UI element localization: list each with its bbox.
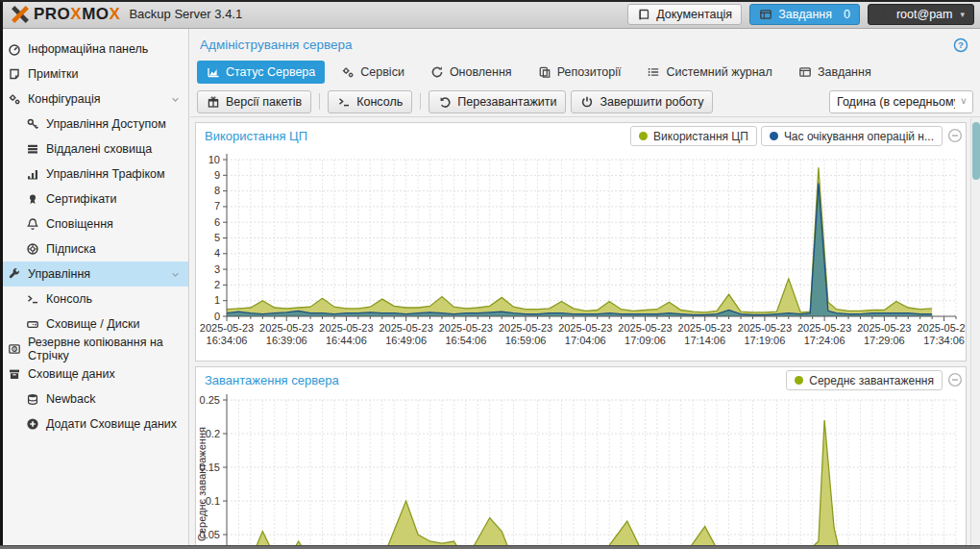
завершити-роботу-button[interactable]: Завершити роботу (571, 90, 713, 113)
minus-circle-icon[interactable] (947, 372, 963, 387)
note-icon (8, 67, 21, 81)
sidebar-item-сховище-даних[interactable]: Сховище даних (0, 362, 188, 387)
sidebar-item-консоль[interactable]: Консоль (0, 287, 188, 312)
undo-icon (438, 95, 452, 109)
legend-label: Використання ЦП (653, 130, 748, 143)
user-menu-button[interactable]: root@pam ▾ (868, 4, 974, 25)
legend-button-0[interactable]: Середнє завантаження (786, 370, 943, 390)
sidebar-item-label: Управління Доступом (46, 117, 166, 131)
sidebar-item-label: Конфігурація (28, 92, 100, 106)
sidebar-item-інформаційна-панель[interactable]: Інформаційна панель (0, 37, 188, 62)
bell-icon (26, 217, 39, 231)
sidebar-item-резервне-копіювання-на-стрічку[interactable]: Резервне копіювання на Стрічку (0, 337, 188, 362)
scrollbar-thumb[interactable] (972, 122, 980, 180)
svg-text:2025-05-23: 2025-05-23 (857, 322, 911, 334)
plus-circle-icon (26, 417, 39, 431)
legend-dot-icon (795, 376, 803, 385)
sidebar-item-label: Сповіщення (46, 217, 113, 231)
tab-label: Оновлення (450, 65, 512, 79)
tab-завдання[interactable]: Завдання (789, 61, 881, 84)
svg-text:?: ? (958, 39, 964, 50)
консоль-button[interactable]: Консоль (328, 90, 412, 113)
svg-text:2025-05-23: 2025-05-23 (797, 322, 851, 334)
proxmox-wordmark-part: MO (82, 5, 109, 24)
time-interval-value: Година (в середньому) (830, 95, 955, 109)
vertical-scrollbar[interactable] (970, 117, 980, 549)
help-icon[interactable]: ? (953, 37, 968, 53)
proxmox-wordmark: PROXMOX (34, 5, 120, 24)
sidebar-item-сповіщення[interactable]: Сповіщення (0, 212, 188, 237)
sidebar-item-label: Newback (46, 392, 95, 406)
legend-button-0[interactable]: Використання ЦП (630, 126, 757, 146)
traffic-icon (26, 167, 39, 181)
key-icon (26, 117, 39, 131)
tab-статус-сервера[interactable]: Статус Сервера (197, 61, 325, 84)
toolbar-button-label: Консоль (356, 95, 403, 109)
svg-text:2025-05-23: 2025-05-23 (499, 322, 552, 334)
svg-text:16:39:06: 16:39:06 (266, 335, 307, 346)
tab-label: Репозиторії (557, 65, 622, 79)
chevron-down-icon[interactable] (170, 269, 181, 280)
svg-text:9: 9 (214, 169, 220, 181)
archive-icon (8, 367, 21, 381)
toolbar-separator (319, 93, 320, 110)
tasks-button[interactable]: Завдання 0 (749, 4, 860, 25)
svg-text:2025-05-23: 2025-05-23 (379, 322, 432, 334)
sidebar-item-сертифікати[interactable]: Сертифікати (0, 187, 188, 212)
window-edge-left (0, 0, 3, 549)
legend-label: Середнє завантаження (809, 374, 934, 387)
database-icon (26, 392, 39, 406)
sidebar-item-сховище-диски[interactable]: Сховище / Диски (0, 312, 188, 337)
sidebar-item-label: Підписка (46, 242, 96, 256)
sidebar-item-управління-трафіком[interactable]: Управління Трафіком (0, 162, 188, 187)
sidebar-item-label: Управління Трафіком (46, 167, 165, 181)
sidebar-item-label: Управління (28, 267, 90, 281)
tab-системний-журнал[interactable]: Системний журнал (637, 61, 781, 84)
minus-circle-icon[interactable] (947, 128, 963, 143)
svg-text:17:14:06: 17:14:06 (684, 335, 725, 346)
sidebar-item-label: Додати Сховище даних (46, 417, 177, 431)
gears-icon (341, 65, 355, 79)
tasks-icon (759, 8, 772, 21)
svg-text:2025-05-23: 2025-05-23 (678, 322, 732, 334)
time-interval-select[interactable]: Година (в середньому)˅ (829, 90, 973, 113)
legend-button-1[interactable]: Час очікування операцій н... (761, 126, 943, 146)
tab-репозиторії[interactable]: Репозиторії (528, 61, 631, 84)
chart-plot: 0.050.10.150.20.25Середнє завантаження (196, 392, 966, 549)
chevron-down-icon[interactable] (170, 94, 181, 105)
sidebar-item-label: Сховище даних (28, 367, 115, 381)
certificate-icon (26, 192, 39, 206)
toolbar-button-label: Перезавантажити (457, 95, 556, 109)
svg-text:2025-05-23: 2025-05-23 (319, 322, 373, 334)
перезавантажити-button[interactable]: Перезавантажити (429, 90, 566, 113)
chart-panel-header: Завантаження сервераСереднє завантаження (196, 367, 966, 392)
page-title: Адміністрування сервера (200, 37, 352, 52)
tab-bar: Статус СервераСервісиОновленняРепозиторі… (190, 61, 980, 87)
sidebar-item-конфігурація[interactable]: Конфігурація (0, 87, 188, 112)
tab-оновлення[interactable]: Оновлення (421, 61, 522, 84)
tasks-label: Завдання (778, 8, 832, 21)
documentation-button[interactable]: Документація (627, 4, 742, 25)
версії-пакетів-button[interactable]: Версії пакетів (197, 90, 311, 113)
chart-panel-1: Завантаження сервераСереднє завантаження… (195, 366, 967, 549)
sidebar-item-newback[interactable]: Newback (0, 387, 188, 412)
book-icon (637, 8, 650, 21)
tab-сервіси[interactable]: Сервіси (331, 61, 414, 84)
charts-region: Використання ЦПВикористання ЦПЧас очікув… (190, 117, 980, 549)
sidebar-item-віддалені-сховища[interactable]: Віддалені сховища (0, 137, 188, 162)
svg-text:17:34:06: 17:34:06 (923, 335, 965, 346)
copy-icon (538, 65, 551, 79)
svg-text:2025-05-23: 2025-05-23 (917, 322, 966, 334)
sidebar-item-управління[interactable]: Управління (0, 262, 188, 287)
sidebar-item-додати-сховище-даних[interactable]: Додати Сховище даних (0, 412, 188, 437)
sidebar-item-примітки[interactable]: Примітки (0, 62, 188, 87)
sidebar-item-підписка[interactable]: Підписка (0, 237, 188, 262)
chevron-down-icon: ▾ (960, 10, 965, 19)
user-label: root@pam (896, 8, 953, 21)
sidebar-item-управління-доступом[interactable]: Управління Доступом (0, 112, 188, 137)
svg-text:2025-05-23: 2025-05-23 (200, 322, 254, 334)
svg-text:2025-05-23: 2025-05-23 (259, 322, 313, 334)
terminal-icon (26, 292, 39, 306)
proxmox-wordmark-part: X (110, 5, 121, 24)
toolbar-button-label: Версії пакетів (226, 95, 302, 109)
